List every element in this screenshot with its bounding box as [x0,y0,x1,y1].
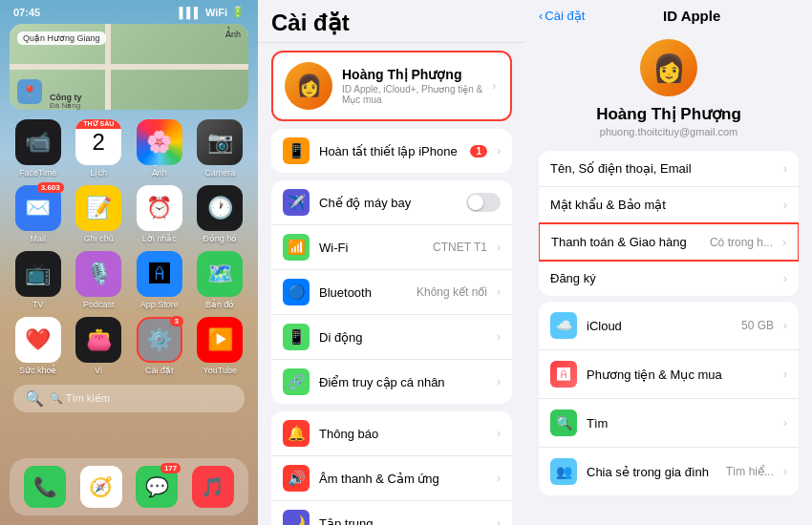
app-camera[interactable]: 📷 Camera [194,119,247,178]
setup-row[interactable]: 📱 Hoàn tất thiết lập iPhone 1 › [271,129,512,173]
app-youtube[interactable]: ▶️ YouTube [194,317,247,375]
app-appstore[interactable]: 🅰 App Store [133,251,186,309]
settings-icon: ⚙️ 3 [137,317,182,363]
youtube-label: YouTube [203,366,237,375]
app-facetime[interactable]: 📹 FaceTime [11,119,65,178]
search-bar[interactable]: 🔍 🔍 Tìm kiếm [13,385,245,412]
wifi-value: CTNET T1 [433,241,487,254]
dock-messages[interactable]: 💬 177 [136,466,178,508]
app-podcasts[interactable]: 🎙️ Podcast [73,251,126,309]
media-row[interactable]: 🅰 Phương tiện & Mục mua › [539,350,799,399]
app-notes[interactable]: 📝 Ghi chú [73,185,126,243]
subscription-row[interactable]: Đăng ký › [539,261,799,296]
family-label: Chia sẻ trong gia đình [587,465,716,479]
cellular-label: Di động [319,330,487,345]
appstore-label: App Store [140,300,179,309]
wifi-row[interactable]: 📶 Wi-Fi CTNET T1 › [271,225,512,270]
app-maps[interactable]: 🗺️ Bản đồ [194,251,247,309]
status-icons: ▌▌▌ WiFi 🔋 [179,6,245,18]
wifi-icon: WiFi [205,7,227,18]
facetime-label: FaceTime [19,168,57,178]
dock: 📞 🧭 💬 177 🎵 [10,458,248,515]
connectivity-section: ✈️ Chế độ máy bay 📶 Wi-Fi CTNET T1 › 🔵 B… [271,180,512,404]
family-row[interactable]: 👥 Chia sẻ trong gia đình Tìm hiể... › [539,448,799,495]
settings-title: Cài đặt [271,10,512,36]
tv-label: TV [32,300,44,309]
tv-icon: 📺 [15,251,61,297]
setup-section: 📱 Hoàn tất thiết lập iPhone 1 › [271,129,512,173]
app-wallet[interactable]: 👛 Ví [73,317,126,375]
subscription-chevron: › [783,272,787,285]
notifications-icon: 🔔 [283,420,310,447]
search-text: 🔍 Tìm kiếm [50,392,110,405]
map-location-label: Quận Hương Giang [17,32,106,45]
dock-phone[interactable]: 📞 [24,466,66,508]
icloud-value: 50 GB [741,319,774,332]
find-label: Tìm [587,416,774,430]
photos-icon: 🌸 [137,119,182,165]
maps-app-icon: 🗺️ [197,251,243,297]
back-label: Cài đặt [545,9,585,23]
setup-chevron: › [497,144,501,158]
notifications-chevron: › [497,427,501,440]
account-section: Tên, Số điện thoại, Email › Mật khẩu & B… [539,151,799,296]
podcasts-label: Podcast [83,300,115,309]
hotspot-icon: 🔗 [283,368,310,395]
family-value: Tìm hiể... [726,465,774,478]
app-clock[interactable]: 🕐 Đồng hồ [194,185,247,243]
app-tv[interactable]: 📺 TV [11,251,65,309]
name-phone-label: Tên, Số điện thoại, Email [550,161,774,176]
dock-music[interactable]: 🎵 [192,466,234,508]
hotspot-chevron: › [497,375,501,388]
camera-icon: 📷 [197,119,243,165]
youtube-icon: ▶️ [197,317,243,363]
focus-icon: 🌙 [283,510,310,525]
maps-label: Bản đồ [205,300,235,309]
name-phone-email-row[interactable]: Tên, Số điện thoại, Email › [539,151,799,187]
focus-row[interactable]: 🌙 Tập trung › [271,501,512,525]
app-health[interactable]: ❤️ Sức khoẻ [11,317,65,375]
find-icon: 🔍 [550,410,577,436]
clock-label: Đồng hồ [203,234,237,243]
calendar-icon: THỨ SÁU 2 [75,119,121,165]
profile-card[interactable]: 👩 Hoàng Thị Phượng ID Apple, iCloud+, Ph… [271,51,512,121]
back-button[interactable]: ‹ Cài đặt [539,9,585,23]
cellular-row[interactable]: 📱 Di động › [271,315,512,360]
payment-shipping-row[interactable]: Thanh toán & Giao hàng Có trong h... › [539,222,799,262]
notifications-row[interactable]: 🔔 Thông báo › [271,411,512,456]
health-icon: ❤️ [15,317,61,363]
sounds-chevron: › [497,472,501,485]
app-settings[interactable]: ⚙️ 3 Cài đặt [133,317,186,375]
appleid-name: Hoàng Thị Phượng [596,104,741,124]
map-road-vertical [105,24,111,110]
media-label: Phương tiện & Mục mua [587,368,774,382]
app-photos[interactable]: 🌸 Ảnh [133,119,186,178]
notes-icon: 📝 [75,185,121,231]
icloud-row[interactable]: ☁️ iCloud 50 GB › [539,302,799,350]
password-label: Mật khẩu & Bảo mật [550,198,774,212]
dock-safari[interactable]: 🧭 [80,466,122,508]
family-chevron: › [783,465,787,478]
airplane-toggle[interactable] [466,193,501,212]
sounds-row[interactable]: 🔊 Âm thanh & Cảm ứng › [271,456,512,501]
wifi-label: Wi-Fi [319,241,423,255]
icloud-label: iCloud [587,319,732,333]
battery-icon: 🔋 [231,6,245,18]
find-row[interactable]: 🔍 Tìm › [539,399,799,448]
cellular-icon: 📱 [283,324,310,350]
bluetooth-row[interactable]: 🔵 Bluetooth Không kết nối › [271,270,512,315]
setup-badge: 1 [470,145,487,158]
notes-label: Ghi chú [84,234,114,243]
airplane-row[interactable]: ✈️ Chế độ máy bay [271,180,512,225]
reminders-label: Lời nhắc [142,234,177,243]
password-security-row[interactable]: Mật khẩu & Bảo mật › [539,187,799,223]
photos-label2: Ảnh [152,168,167,178]
map-widget[interactable]: Quận Hương Giang 📍 Công ty Đà Nẵng Ảnh [10,24,248,110]
hotspot-row[interactable]: 🔗 Điểm truy cập cá nhân › [271,360,512,404]
appstore-icon: 🅰 [137,251,182,297]
app-reminders[interactable]: ⏰ Lời nhắc [133,185,186,243]
app-calendar[interactable]: THỨ SÁU 2 Lịch [73,119,126,178]
profile-info: Hoàng Thị Phượng ID Apple, iCloud+, Phươ… [342,67,482,105]
app-mail[interactable]: ✉️ 3.603 Mail [11,185,65,243]
icloud-icon: ☁️ [550,312,577,339]
